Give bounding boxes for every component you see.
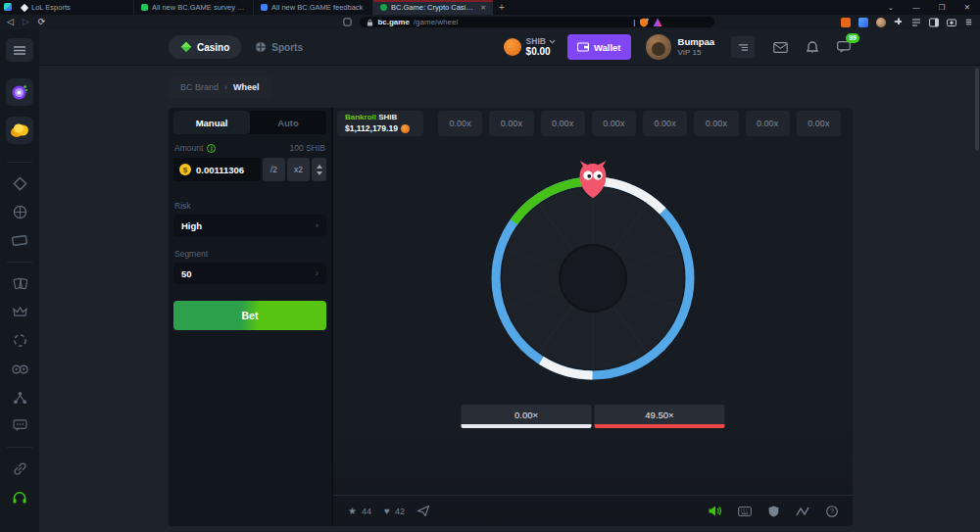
minimize-button[interactable]: — [904, 0, 929, 15]
browser-tab-lol[interactable]: LoL Esports [15, 0, 134, 15]
multiplier-history-slot[interactable]: 0.00x [541, 111, 585, 136]
sidebar-item-sports[interactable] [1, 198, 38, 226]
triangle-extension-icon[interactable] [653, 18, 662, 27]
sidebar-item-bets[interactable] [1, 226, 38, 255]
sound-button[interactable] [709, 506, 721, 516]
sidebar-item-club[interactable] [1, 355, 38, 383]
address-bar[interactable]: bc.game /game/wheel | [360, 17, 714, 27]
side-panel-icon[interactable] [929, 18, 939, 27]
result-low[interactable]: 0.00× [462, 405, 592, 428]
amount-input[interactable]: $ 0.00111306 [173, 158, 261, 181]
fairness-button[interactable] [768, 506, 779, 517]
sidebar-divider [7, 262, 32, 263]
profile-avatar-icon[interactable] [876, 18, 886, 27]
hotkeys-button[interactable] [738, 507, 752, 516]
sidebar-item-link[interactable] [1, 455, 38, 483]
chat-button[interactable]: 99 [837, 41, 851, 53]
amount-value: 0.00111306 [196, 165, 244, 175]
bankroll-value: $1,112,179.19 [345, 123, 398, 134]
sidebar-item-spin[interactable] [1, 326, 38, 355]
forward-button[interactable]: ▷ [23, 18, 29, 26]
multiplier-history-slot[interactable]: 0.00x [643, 111, 687, 136]
tab-close-icon[interactable]: ✕ [480, 4, 486, 12]
browser-menu-caret[interactable]: ⌄ [878, 0, 904, 15]
sidebar-item-support[interactable] [1, 483, 38, 511]
amount-stepper[interactable] [312, 158, 326, 181]
shield-extension-icon[interactable] [639, 18, 649, 27]
currency-selector[interactable]: SHIB $0.00 [504, 36, 556, 58]
segment-select[interactable]: 50 › [173, 263, 326, 284]
tab-manual[interactable]: Manual [173, 111, 250, 134]
reload-button[interactable]: ⟳ [38, 18, 46, 26]
stats-button[interactable] [796, 507, 809, 516]
stepper-up-icon[interactable] [317, 165, 322, 169]
likes-counter[interactable]: ♥ 42 [384, 506, 405, 516]
chevron-down-icon [549, 39, 556, 44]
half-bet-button[interactable]: /2 [263, 158, 285, 181]
game-area: Bankroll SHIB $1,112,179.19 0.00x 0.00x … [333, 108, 853, 526]
breadcrumb-section[interactable]: BC Brand [180, 82, 219, 92]
user-vip-level: VIP 15 [678, 48, 714, 58]
scrollbar-thumb[interactable] [975, 68, 979, 151]
screenshot-icon[interactable] [947, 18, 956, 27]
user-avatar[interactable] [646, 34, 671, 60]
info-icon[interactable]: i [207, 144, 216, 153]
workspace-icon[interactable] [4, 3, 12, 11]
maximize-button[interactable]: ❐ [929, 0, 955, 15]
result-high[interactable]: 49.50× [595, 405, 725, 428]
wallet-button[interactable]: Wallet [567, 34, 631, 60]
sports-ball-icon [255, 41, 267, 53]
multiplier-history-slot[interactable]: 0.00x [797, 111, 841, 136]
sidebar-toggle-button[interactable] [6, 38, 33, 62]
reading-list-icon[interactable] [911, 18, 921, 27]
bookmark-panel-icon[interactable] [343, 18, 352, 26]
browser-tab-bcgame-active[interactable]: BC.Game: Crypto Casino Games & ✕ [373, 0, 493, 15]
multiplier-history-slot[interactable]: 0.00x [489, 111, 533, 136]
sidebar-item-affiliate[interactable] [1, 383, 38, 411]
sidebar-item-casino[interactable] [1, 169, 38, 198]
sidebar-item-crown[interactable] [1, 298, 38, 326]
puzzle-extensions-icon[interactable] [894, 18, 904, 27]
bet-button[interactable]: Bet [173, 301, 326, 330]
result-low-label: 0.00× [462, 405, 592, 424]
close-button[interactable]: ✕ [955, 0, 980, 15]
breadcrumb[interactable]: BC Brand › Wheel [169, 76, 271, 98]
browser-tab-feedback[interactable]: All new BC.GAME feedback [254, 0, 373, 15]
inbox-button[interactable] [773, 42, 788, 53]
sidebar-item-cards[interactable] [1, 269, 38, 298]
sidebar-item-forum[interactable] [1, 411, 38, 440]
nav-sports[interactable]: Sports [255, 41, 303, 53]
multiplier-history-slot[interactable]: 0.00x [438, 111, 482, 136]
notifications-button[interactable] [807, 41, 818, 54]
back-button[interactable]: ◁ [7, 18, 14, 26]
casino-diamond-icon [180, 41, 192, 53]
risk-label: Risk [174, 194, 325, 211]
results-history-row: Bankroll SHIB $1,112,179.19 0.00x 0.00x … [337, 111, 841, 136]
new-tab-button[interactable]: + [493, 0, 511, 15]
heart-icon: ♥ [384, 506, 390, 516]
browser-tab-survey[interactable]: All new BC.GAME survey & feedback r [134, 0, 254, 15]
multiplier-history-slot[interactable]: 0.00x [694, 111, 738, 136]
orange-extension-icon[interactable] [841, 18, 851, 27]
chevron-right-icon: › [316, 220, 318, 230]
game-footer-tools: ? [709, 506, 838, 517]
double-bet-button[interactable]: x2 [287, 158, 310, 181]
coin-icon: $ [179, 164, 191, 175]
help-button[interactable]: ? [826, 506, 838, 517]
sidebar-item-coins[interactable] [6, 117, 33, 144]
browser-menu-icon[interactable] [964, 18, 973, 26]
blue-extension-icon[interactable] [858, 18, 868, 27]
multiplier-history-slot[interactable]: 0.00x [746, 111, 790, 136]
multiplier-history-slot[interactable]: 0.00x [592, 111, 636, 136]
leaderboard-button[interactable] [731, 36, 755, 58]
favorites-counter[interactable]: ★ 44 [348, 506, 371, 516]
round-results: 0.00× 49.50× [462, 405, 725, 428]
user-info[interactable]: Bumpaa VIP 15 [678, 36, 714, 58]
chat-bubble-icon [13, 419, 27, 432]
tab-auto[interactable]: Auto [250, 111, 326, 134]
stepper-down-icon[interactable] [317, 171, 322, 175]
nav-casino[interactable]: Casino [169, 35, 241, 59]
risk-select[interactable]: High › [173, 215, 326, 236]
share-button[interactable] [417, 506, 429, 516]
sidebar-item-bonus[interactable] [6, 78, 33, 106]
